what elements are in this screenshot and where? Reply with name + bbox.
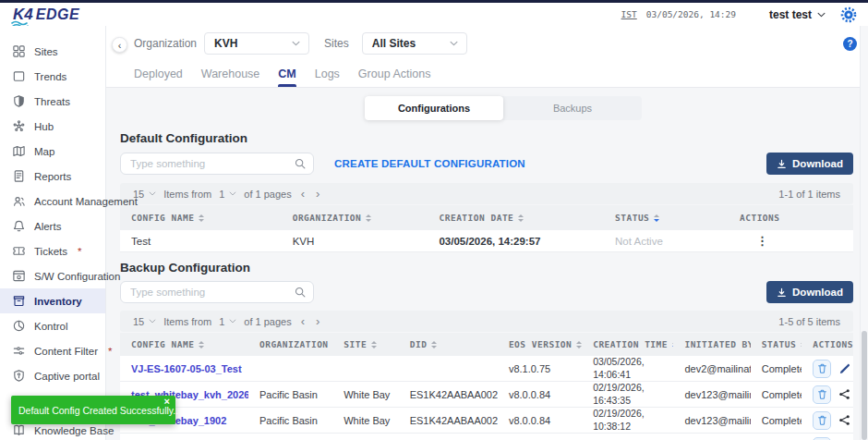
column-header-did[interactable]: DID <box>399 339 498 349</box>
eos-version-cell: v8.0.0.84 <box>498 389 582 400</box>
delete-icon <box>816 362 828 374</box>
sidebar-item-map[interactable]: Map <box>0 139 105 164</box>
backup-config-pagination: 15 Items from 1 of 1 pages ‹ › 1-5 of 5 … <box>120 311 853 332</box>
items-range: 1-1 of 1 items <box>778 189 840 200</box>
search-input[interactable] <box>120 281 314 303</box>
sidebar-item-account-management[interactable]: Account Management <box>0 189 105 214</box>
download-button[interactable]: Download <box>766 153 853 175</box>
status-cell: Completed <box>751 415 802 426</box>
sidebar-item-sw-configuration[interactable]: S/W Configuration <box>0 263 105 288</box>
create-default-configuration-link[interactable]: CREATE DEFAULT CONFIGURATION <box>334 158 525 169</box>
chevron-down-icon <box>450 41 458 46</box>
column-header-status[interactable]: STATUS <box>604 213 729 223</box>
sidebar-item-inventory[interactable]: Inventory <box>0 288 105 313</box>
column-header-creation-date[interactable]: CREATION DATE <box>428 213 604 223</box>
eos-version-cell: v8.1.0.75 <box>498 363 582 374</box>
sidebar-item-tickets[interactable]: Tickets * <box>0 238 105 263</box>
logo-edge-text: EDGE <box>36 6 79 23</box>
download-label: Download <box>792 158 843 169</box>
sidebar-item-reports[interactable]: Reports <box>0 164 105 189</box>
k4-edge-logo[interactable]: K4 EDGE <box>13 6 79 24</box>
sliders-icon <box>12 344 26 358</box>
prev-page-icon[interactable]: ‹ <box>299 315 307 327</box>
sidebar-item-kontrol[interactable]: Kontrol <box>0 313 105 338</box>
delete-button[interactable] <box>813 411 831 430</box>
edit-icon[interactable] <box>838 362 850 374</box>
help-icon[interactable]: ? <box>843 37 857 51</box>
delete-button[interactable] <box>813 437 831 440</box>
column-header-eos-version[interactable]: EOS VERSION <box>498 339 582 349</box>
tab-cm[interactable]: CM <box>278 61 295 87</box>
delete-button[interactable] <box>813 360 831 378</box>
status-cell: Not Active <box>604 236 729 247</box>
close-icon[interactable]: × <box>164 396 170 407</box>
column-header-site[interactable]: SITE <box>332 339 398 349</box>
tab-warehouse[interactable]: Warehouse <box>201 61 259 87</box>
monitor-icon <box>12 69 26 83</box>
download-icon <box>777 287 787 298</box>
main-area: Organization KVH Sites All Sites ? Deplo… <box>106 26 868 440</box>
chevron-down-icon <box>149 319 156 324</box>
next-page-icon[interactable]: › <box>314 315 321 327</box>
sidebar-item-label: Inventory <box>34 296 82 307</box>
chevron-down-icon <box>817 12 826 18</box>
default-config-search <box>120 153 314 175</box>
tab-backups[interactable]: Backups <box>503 96 642 120</box>
table-row: test_whitebay_1902 Pacific Basin White B… <box>120 408 853 434</box>
column-header-initiated-by[interactable]: INITIATED BY <box>673 339 750 349</box>
backup-configuration-title: Backup Configuration <box>120 261 853 275</box>
backup-config-search <box>120 281 314 303</box>
prev-page-icon[interactable]: ‹ <box>299 188 307 200</box>
search-icon <box>294 157 307 170</box>
tab-logs[interactable]: Logs <box>315 61 340 87</box>
sidebar-item-content-filter[interactable]: Content Filter * <box>0 338 105 363</box>
inventory-box-icon <box>12 294 26 308</box>
cm-content: Configurations Backups Default Configura… <box>106 88 868 440</box>
next-page-icon[interactable]: › <box>314 188 321 200</box>
column-header-config-name[interactable]: CONFIG NAME <box>120 339 248 349</box>
column-header-status[interactable]: STATUS <box>751 339 802 349</box>
delete-button[interactable] <box>813 385 831 404</box>
search-input[interactable] <box>120 153 314 175</box>
config-name-link[interactable]: VJ-ES-1607-05-03_Test <box>131 363 242 374</box>
sort-icon-active <box>654 214 659 222</box>
organization-select[interactable]: KVH <box>204 32 309 55</box>
sidebar-item-label: Map <box>34 146 54 157</box>
sidebar-item-label: Knowledge Base <box>34 425 114 436</box>
timezone-link[interactable]: IST <box>621 9 637 19</box>
sidebar-item-threats[interactable]: Threats <box>0 89 105 114</box>
scrollbar-thumb[interactable] <box>862 331 867 440</box>
page-select[interactable]: 1 <box>219 316 236 327</box>
organization-cell: Pacific Basin <box>248 415 332 426</box>
column-header-organization[interactable]: ORGANIZATION <box>248 339 332 349</box>
sidebar-item-label: Alerts <box>34 221 61 232</box>
sort-icon <box>199 214 204 222</box>
shield-icon <box>12 94 26 108</box>
sidebar-collapse-button[interactable]: ‹ <box>112 37 127 53</box>
search-icon <box>294 286 307 299</box>
download-button[interactable]: Download <box>766 281 853 303</box>
sidebar-item-hub[interactable]: Hub <box>0 114 105 139</box>
column-header-config-name[interactable]: CONFIG NAME <box>120 213 282 223</box>
sort-icon <box>371 341 377 348</box>
more-icon[interactable]: ⋮ <box>740 234 768 248</box>
column-header-organization[interactable]: ORGANIZATION <box>282 213 428 223</box>
initiated-by-cell: dev123@mailinat... <box>673 415 750 426</box>
sidebar-item-trends[interactable]: Trends <box>0 64 105 89</box>
gear-icon[interactable] <box>840 6 857 23</box>
user-menu[interactable]: test test <box>769 8 826 21</box>
sidebar-item-alerts[interactable]: Alerts <box>0 214 105 238</box>
share-icon[interactable] <box>838 388 850 400</box>
page-size-select[interactable]: 15 <box>133 316 156 327</box>
column-header-creation-time[interactable]: CREATION TIME <box>582 339 673 349</box>
tab-deployed[interactable]: Deployed <box>134 61 183 87</box>
sites-select[interactable]: All Sites <box>362 32 467 55</box>
sidebar-item-label: Captive portal <box>34 371 100 382</box>
page-select[interactable]: 1 <box>219 189 236 200</box>
tab-configurations[interactable]: Configurations <box>365 96 503 120</box>
sidebar-item-captive-portal[interactable]: Captive portal <box>0 363 105 388</box>
tab-group-actions[interactable]: Group Actions <box>358 61 431 87</box>
share-icon[interactable] <box>838 414 850 426</box>
sidebar-item-sites[interactable]: Sites <box>0 39 105 64</box>
tab-bar: Deployed Warehouse CM Logs Group Actions <box>106 61 868 88</box>
